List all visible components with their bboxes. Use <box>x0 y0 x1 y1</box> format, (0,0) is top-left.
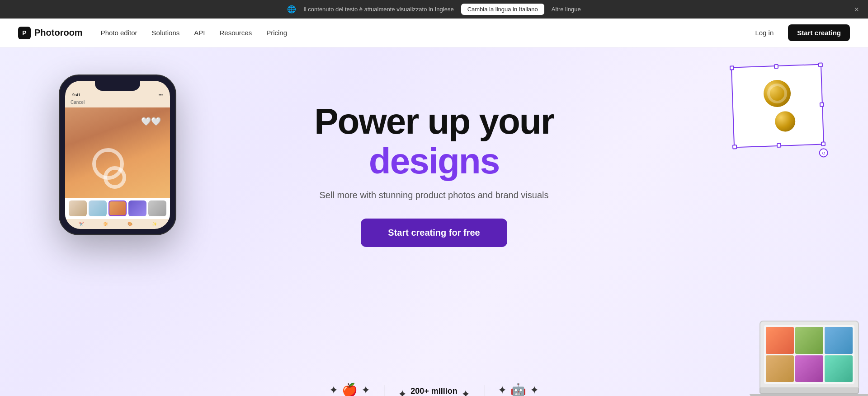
other-languages-link[interactable]: Altre lingue <box>552 6 581 13</box>
phone-cancel-label: Cancel <box>65 97 170 107</box>
award-downloads: ✦ 200+ million downloads ✦ <box>398 387 470 396</box>
earrings-mockup: ↺ <box>732 65 823 146</box>
laurel-right-1: ✦ <box>361 385 370 396</box>
hero-section: 9:41 ▪▪▪ Cancel 🤍🤍 <box>0 47 868 396</box>
handle-br <box>821 141 826 146</box>
laptop-thumb-3 <box>825 327 853 354</box>
hero-title-line1: Power up your <box>314 101 554 141</box>
hero-content: Power up your designs Sell more with stu… <box>314 47 554 247</box>
laurel-left-2: ✦ <box>398 389 407 396</box>
change-language-button[interactable]: Cambia la lingua in Italiano <box>461 4 544 15</box>
earrings-selection-box: ↺ <box>731 64 824 148</box>
navbar: P Photoroom Photo editor Solutions API R… <box>0 19 868 47</box>
nav-solutions[interactable]: Solutions <box>152 29 180 37</box>
login-button[interactable]: Log in <box>748 25 781 40</box>
laptop-thumb-4 <box>766 355 794 382</box>
hero-title-accent: designs <box>369 141 499 181</box>
close-banner-button[interactable]: × <box>854 5 859 14</box>
navbar-left: P Photoroom Photo editor Solutions API R… <box>18 27 287 39</box>
laptop-screen <box>760 321 859 388</box>
earring-gold-2 <box>774 111 796 132</box>
downloads-count-block: 200+ million downloads <box>410 387 458 396</box>
laptop-thumb-6 <box>825 355 853 382</box>
award-divider-2 <box>484 385 484 396</box>
phone-mockup: 9:41 ▪▪▪ Cancel 🤍🤍 <box>59 75 176 235</box>
nav-api[interactable]: API <box>194 29 205 37</box>
award-downloads-row: ✦ 200+ million downloads ✦ <box>398 387 470 396</box>
hero-cta-button[interactable]: Start creating for free <box>361 219 507 247</box>
nav-pricing[interactable]: Pricing <box>266 29 287 37</box>
android-icon: 🤖 <box>510 382 526 396</box>
laptop-base <box>760 388 859 394</box>
thumb-5[interactable] <box>148 200 166 216</box>
thumb-2[interactable] <box>89 200 107 216</box>
thumb-3-active[interactable] <box>108 200 127 216</box>
handle-rm <box>820 102 824 107</box>
phone-notch <box>95 81 140 91</box>
logo[interactable]: P Photoroom <box>18 27 83 39</box>
award-android-row: ✦ 🤖 ✦ <box>498 382 539 396</box>
phone-rings <box>65 107 170 198</box>
award-divider-1 <box>384 385 384 396</box>
logo-text: Photoroom <box>34 28 83 38</box>
award-apple: ✦ 🍎 ✦ Editors' Choice <box>329 382 370 396</box>
thumb-1[interactable] <box>69 200 87 216</box>
nav-links: Photo editor Solutions API Resources Pri… <box>101 29 287 37</box>
nav-photo-editor[interactable]: Photo editor <box>101 29 137 37</box>
top-banner: 🌐 Il contenuto del testo è attualmente v… <box>0 0 868 19</box>
handle-tr <box>818 62 823 67</box>
start-creating-button[interactable]: Start creating <box>788 24 850 41</box>
awards-bar: ✦ 🍎 ✦ Editors' Choice ✦ 200+ million dow… <box>329 382 539 396</box>
banner-text: Il contenuto del testo è attualmente vis… <box>303 6 453 13</box>
laurel-left-1: ✦ <box>329 385 338 396</box>
award-android: ✦ 🤖 ✦ Editors' Choice <box>498 382 539 396</box>
phone-outer: 9:41 ▪▪▪ Cancel 🤍🤍 <box>59 75 176 235</box>
phone-icon-4: ✨ <box>152 222 157 226</box>
logo-icon: P <box>18 27 31 39</box>
handle-tm <box>774 64 778 69</box>
phone-time: 9:41 <box>72 93 80 97</box>
handle-bl <box>732 144 737 149</box>
apple-icon: 🍎 <box>342 382 358 396</box>
laptop-thumb-5 <box>795 355 823 382</box>
handle-tl <box>730 65 734 70</box>
earrings-inner <box>736 70 818 142</box>
phone-icon-3: 🎨 <box>127 222 132 226</box>
globe-icon: 🌐 <box>287 5 296 14</box>
laptop-mockup <box>760 321 859 396</box>
rotate-handle[interactable]: ↺ <box>819 148 828 158</box>
phone-image-area: 🤍🤍 <box>65 107 170 198</box>
handle-bm <box>777 143 781 148</box>
laurel-right-3: ✦ <box>530 385 539 396</box>
downloads-count: 200+ million <box>410 387 458 396</box>
phone-screen: 9:41 ▪▪▪ Cancel 🤍🤍 <box>65 81 170 229</box>
phone-status-bar: 9:41 ▪▪▪ <box>65 91 170 97</box>
laptop-thumb-1 <box>766 327 794 354</box>
phone-icon-2: 🔆 <box>103 222 108 226</box>
hero-title: Power up your designs <box>314 102 554 181</box>
phone-icon-1: ✂️ <box>79 222 84 226</box>
laptop-thumb-2 <box>795 327 823 354</box>
earring-gold-1 <box>763 79 791 107</box>
award-apple-row: ✦ 🍎 ✦ <box>329 382 370 396</box>
phone-thumbnails <box>65 198 170 219</box>
laptop-foot <box>750 394 868 396</box>
laurel-right-2: ✦ <box>461 389 470 396</box>
laurel-left-3: ✦ <box>498 385 507 396</box>
hero-subtitle: Sell more with stunning product photos a… <box>320 190 549 200</box>
navbar-right: Log in Start creating <box>748 24 850 41</box>
ring-shape-2 <box>104 166 126 189</box>
thumb-4[interactable] <box>128 200 146 216</box>
nav-resources[interactable]: Resources <box>219 29 252 37</box>
phone-signals: ▪▪▪ <box>158 93 163 97</box>
phone-icons-row: ✂️ 🔆 🎨 ✨ <box>65 219 170 229</box>
laptop-screen-inner <box>764 325 854 384</box>
